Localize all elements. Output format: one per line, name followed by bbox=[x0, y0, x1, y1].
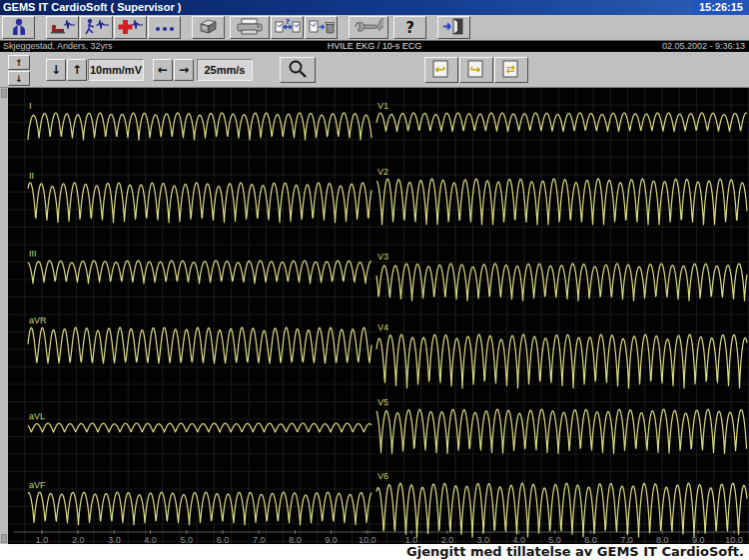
svg-text:7.0: 7.0 bbox=[253, 535, 266, 544]
clock-display: 15:26:15 bbox=[693, 0, 749, 15]
svg-text:8.0: 8.0 bbox=[289, 535, 302, 544]
more-functions-button[interactable] bbox=[148, 16, 181, 39]
emergency-ecg-button[interactable] bbox=[114, 16, 147, 39]
svg-text:6.0: 6.0 bbox=[217, 535, 230, 544]
arrow-down-icon: ↓ bbox=[15, 74, 23, 84]
svg-text:I: I bbox=[29, 101, 32, 111]
help-button[interactable]: ? bbox=[393, 16, 426, 39]
exit-button[interactable] bbox=[437, 16, 470, 39]
archive-icon bbox=[199, 17, 219, 39]
svg-text:4.0: 4.0 bbox=[512, 535, 525, 544]
exercise-ecg-button[interactable] bbox=[80, 16, 113, 39]
arrow-down-icon: ↓ bbox=[51, 63, 61, 77]
arrow-up-icon: ↑ bbox=[15, 58, 23, 68]
transfer-documents-icon: ? bbox=[275, 17, 301, 39]
arrow-left-icon: ← bbox=[158, 63, 168, 77]
svg-text:9.0: 9.0 bbox=[325, 535, 338, 544]
scroll-down-button[interactable]: ↓ bbox=[8, 71, 30, 86]
svg-text:V1: V1 bbox=[377, 101, 388, 111]
status-info-bar: Skjeggestad, Anders, 32yrs HVILE EKG / 1… bbox=[0, 41, 749, 52]
record-datetime-label: 02.05.2002 - 9:36:13 bbox=[662, 41, 745, 52]
page-forward-button[interactable]: ↪ bbox=[459, 57, 493, 83]
settings-wrench-icon bbox=[354, 17, 383, 39]
svg-text:6.0: 6.0 bbox=[584, 535, 597, 544]
svg-text:V5: V5 bbox=[377, 397, 388, 407]
transfer-documents-button[interactable]: ? bbox=[271, 16, 304, 39]
svg-text:aVR: aVR bbox=[29, 315, 47, 325]
page-compare-button[interactable]: ⇄ bbox=[494, 57, 528, 83]
zoom-button[interactable] bbox=[280, 57, 316, 83]
speed-value-field: 25mm/s bbox=[197, 59, 253, 81]
patient-icon bbox=[9, 17, 29, 39]
svg-text:10.0: 10.0 bbox=[359, 535, 376, 544]
svg-text:5.0: 5.0 bbox=[548, 535, 561, 544]
magnifier-icon bbox=[288, 59, 308, 82]
svg-text:aVL: aVL bbox=[29, 411, 45, 421]
svg-text:⇄: ⇄ bbox=[505, 63, 514, 76]
resting-ecg-button[interactable] bbox=[46, 16, 79, 39]
window-title: GEMS IT CardioSoft ( Supervisor ) bbox=[0, 0, 693, 15]
svg-text:4.0: 4.0 bbox=[144, 535, 157, 544]
cardiosoft-window: GEMS IT CardioSoft ( Supervisor ) 15:26:… bbox=[0, 0, 749, 560]
ecg-display-area: 1.02.03.04.05.06.07.08.09.010.0IIIIIIaVR… bbox=[0, 88, 749, 544]
speed-increase-button[interactable]: → bbox=[174, 59, 194, 81]
study-type-label: HVILE EKG / 10-s ECG bbox=[0, 41, 749, 52]
page-compare-icon: ⇄ bbox=[499, 59, 523, 82]
ecg-vertical-scrollbar[interactable] bbox=[0, 88, 8, 544]
svg-text:10.0: 10.0 bbox=[725, 535, 743, 544]
svg-text:?: ? bbox=[285, 18, 289, 26]
svg-text:8.0: 8.0 bbox=[656, 535, 669, 544]
page-back-button[interactable]: ↩ bbox=[424, 57, 458, 83]
svg-text:1.0: 1.0 bbox=[405, 535, 418, 544]
svg-text:aVF: aVF bbox=[29, 480, 46, 490]
main-toolbar: ? ? bbox=[0, 15, 749, 41]
svg-text:↪: ↪ bbox=[470, 62, 481, 77]
svg-text:V2: V2 bbox=[377, 167, 388, 177]
svg-text:3.0: 3.0 bbox=[477, 535, 490, 544]
emergency-ecg-icon bbox=[118, 17, 144, 39]
permission-caption: Gjengitt med tillatelse av GEMS IT Cardi… bbox=[0, 544, 749, 560]
arrow-up-icon: ↑ bbox=[72, 63, 82, 77]
patient-button[interactable] bbox=[2, 16, 35, 39]
gain-increase-button[interactable]: ↑ bbox=[67, 59, 87, 81]
svg-text:7.0: 7.0 bbox=[620, 535, 633, 544]
svg-text:2.0: 2.0 bbox=[441, 535, 454, 544]
settings-button[interactable] bbox=[349, 16, 388, 39]
page-back-icon: ↩ bbox=[429, 59, 453, 82]
gain-decrease-button[interactable]: ↓ bbox=[46, 59, 66, 81]
svg-text:V4: V4 bbox=[377, 322, 388, 332]
scrollbar-bottom-nub[interactable] bbox=[1, 534, 7, 543]
gain-value-field: 10mm/mV bbox=[88, 59, 144, 81]
ecg-waveform-canvas[interactable]: 1.02.03.04.05.06.07.08.09.010.0IIIIIIaVR… bbox=[8, 88, 749, 544]
page-forward-icon: ↪ bbox=[464, 59, 488, 82]
svg-text:II: II bbox=[29, 171, 34, 181]
exit-icon bbox=[441, 17, 467, 39]
delete-document-icon bbox=[309, 17, 335, 39]
svg-text:2.0: 2.0 bbox=[72, 535, 85, 544]
ecg-controls-bar: ↑ ↓ ↓ ↑ 10mm/mV ← → 25mm/s ↩ ↪ ⇄ bbox=[0, 52, 749, 88]
svg-text:V6: V6 bbox=[377, 471, 388, 481]
svg-text:III: III bbox=[29, 249, 37, 259]
exercise-ecg-icon bbox=[84, 17, 110, 39]
delete-document-button[interactable] bbox=[305, 16, 338, 39]
svg-text:V3: V3 bbox=[377, 252, 388, 262]
scroll-up-button[interactable]: ↑ bbox=[8, 55, 30, 70]
svg-text:5.0: 5.0 bbox=[181, 535, 194, 544]
speed-decrease-button[interactable]: ← bbox=[153, 59, 173, 81]
print-icon bbox=[236, 17, 264, 39]
title-bar: GEMS IT CardioSoft ( Supervisor ) 15:26:… bbox=[0, 0, 749, 15]
resting-ecg-icon bbox=[50, 17, 76, 39]
svg-text:↩: ↩ bbox=[435, 62, 446, 77]
archive-button[interactable] bbox=[192, 16, 225, 39]
arrow-right-icon: → bbox=[179, 63, 189, 77]
help-icon: ? bbox=[405, 19, 414, 37]
svg-text:3.0: 3.0 bbox=[108, 535, 121, 544]
print-button[interactable] bbox=[230, 16, 270, 39]
scrollbar-top-nub[interactable] bbox=[1, 89, 7, 98]
more-icon bbox=[154, 17, 176, 39]
svg-text:1.0: 1.0 bbox=[36, 535, 49, 544]
